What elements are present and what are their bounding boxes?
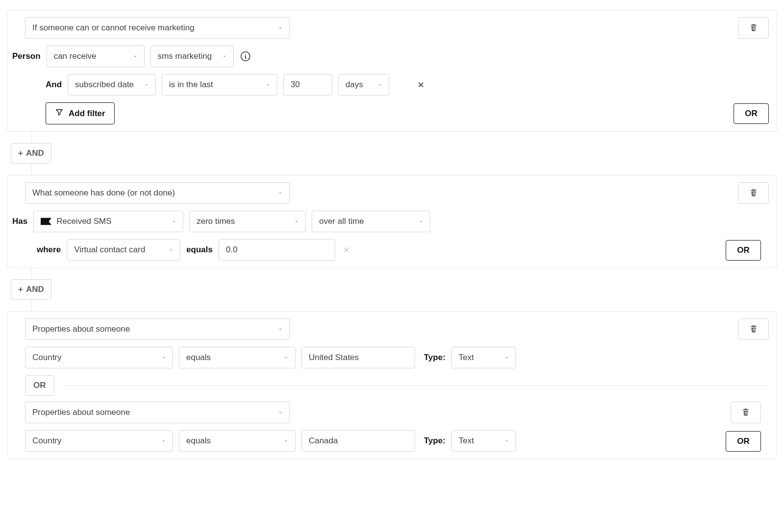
property-field-label: Country <box>32 436 62 446</box>
unit-select[interactable]: days <box>338 74 389 96</box>
type-label: Type: <box>424 353 445 363</box>
subfield-select[interactable]: subscribed date <box>68 74 156 96</box>
unit-label: days <box>345 80 363 90</box>
condition-type-select[interactable]: Properties about someone <box>25 318 290 340</box>
chevron-down-icon <box>377 82 383 88</box>
inner-or-divider: OR <box>25 375 769 396</box>
operator-label: is in the last <box>169 80 213 90</box>
chevron-down-icon <box>294 218 299 224</box>
property-field-select[interactable]: Country <box>25 347 173 368</box>
person-label: Person <box>12 51 41 61</box>
condition-block-2: What someone has done (or not done) Has … <box>7 175 777 268</box>
delete-button[interactable] <box>738 17 769 39</box>
count-label: zero times <box>196 217 235 226</box>
flag-icon <box>41 218 51 225</box>
timeframe-select[interactable]: over all time <box>312 211 430 232</box>
where-field-select[interactable]: Virtual contact card <box>67 239 180 261</box>
condition-block-3: Properties about someone Country equals … <box>7 311 777 459</box>
or-label: OR <box>745 109 758 118</box>
plus-icon: + <box>18 148 23 158</box>
property-op-select[interactable]: equals <box>179 347 295 368</box>
chevron-down-icon <box>283 355 289 361</box>
and-label: And <box>46 80 62 90</box>
has-label: Has <box>12 217 27 226</box>
trash-icon <box>749 324 758 335</box>
remove-subcondition-button[interactable] <box>416 79 426 90</box>
remove-where-button[interactable] <box>341 244 352 255</box>
trash-icon <box>741 408 750 418</box>
delete-button[interactable] <box>738 318 769 340</box>
condition-type-select[interactable]: Properties about someone <box>25 402 290 423</box>
condition-type-label: Properties about someone <box>32 408 130 417</box>
value-input[interactable] <box>283 74 332 96</box>
property-value-input[interactable] <box>301 430 415 452</box>
chevron-down-icon <box>277 25 283 31</box>
inner-or-label: OR <box>33 381 46 390</box>
chevron-down-icon <box>277 410 283 415</box>
inner-or-button[interactable]: OR <box>25 375 54 396</box>
plus-icon: + <box>18 285 23 294</box>
chevron-down-icon <box>265 82 271 88</box>
condition-type-label: If someone can or cannot receive marketi… <box>32 23 195 33</box>
metric-select[interactable]: Received SMS <box>33 211 183 232</box>
filter-icon <box>55 108 64 119</box>
chevron-down-icon <box>418 218 424 224</box>
chevron-down-icon <box>504 438 510 444</box>
chevron-down-icon <box>221 53 227 59</box>
chevron-down-icon <box>132 53 138 59</box>
delete-button[interactable] <box>738 182 769 204</box>
count-select[interactable]: zero times <box>189 211 306 232</box>
svg-text:i: i <box>245 53 246 60</box>
trash-icon <box>749 188 758 198</box>
connector: + AND <box>7 132 777 175</box>
add-and-button[interactable]: + AND <box>11 143 51 164</box>
can-receive-label: can receive <box>54 51 97 61</box>
timeframe-label: over all time <box>319 217 364 226</box>
condition-type-select[interactable]: What someone has done (or not done) <box>25 182 290 204</box>
divider-line <box>62 386 769 386</box>
type-select[interactable]: Text <box>451 347 516 368</box>
chevron-down-icon <box>144 82 149 88</box>
add-and-button[interactable]: + AND <box>11 279 51 300</box>
where-value-input[interactable] <box>219 239 335 261</box>
delete-button[interactable] <box>731 402 761 423</box>
connector: + AND <box>7 268 777 311</box>
or-label: OR <box>737 436 750 446</box>
type-value-label: Text <box>459 353 474 363</box>
can-receive-select[interactable]: can receive <box>47 46 145 67</box>
condition-type-select[interactable]: If someone can or cannot receive marketi… <box>25 17 290 39</box>
operator-select[interactable]: is in the last <box>162 74 277 96</box>
metric-label: Received SMS <box>56 217 111 226</box>
channel-label: sms marketing <box>158 51 212 61</box>
property-op-label: equals <box>186 353 211 363</box>
chevron-down-icon <box>161 438 167 444</box>
condition-type-label: What someone has done (or not done) <box>32 188 175 198</box>
or-button[interactable]: OR <box>734 103 769 124</box>
type-select[interactable]: Text <box>451 430 516 452</box>
chevron-down-icon <box>171 218 177 224</box>
or-button[interactable]: OR <box>726 240 761 261</box>
chevron-down-icon <box>283 438 289 444</box>
channel-select[interactable]: sms marketing <box>150 46 234 67</box>
chevron-down-icon <box>277 326 283 332</box>
property-field-label: Country <box>32 353 62 363</box>
property-field-select[interactable]: Country <box>25 430 173 452</box>
info-icon[interactable]: i <box>240 50 251 62</box>
and-label: AND <box>26 285 44 294</box>
add-filter-label: Add filter <box>69 109 105 119</box>
where-field-label: Virtual contact card <box>74 245 145 255</box>
condition-type-label: Properties about someone <box>32 324 130 334</box>
add-filter-button[interactable]: Add filter <box>46 102 115 124</box>
property-value-input[interactable] <box>301 347 415 368</box>
chevron-down-icon <box>277 190 283 196</box>
where-op-label: equals <box>186 245 213 255</box>
chevron-down-icon <box>161 355 167 361</box>
type-label: Type: <box>424 436 445 446</box>
property-op-select[interactable]: equals <box>179 430 295 452</box>
or-label: OR <box>737 245 750 255</box>
condition-block-1: If someone can or cannot receive marketi… <box>7 10 777 132</box>
chevron-down-icon <box>168 247 174 253</box>
trash-icon <box>749 23 758 33</box>
or-button[interactable]: OR <box>726 431 761 452</box>
type-value-label: Text <box>459 436 474 446</box>
